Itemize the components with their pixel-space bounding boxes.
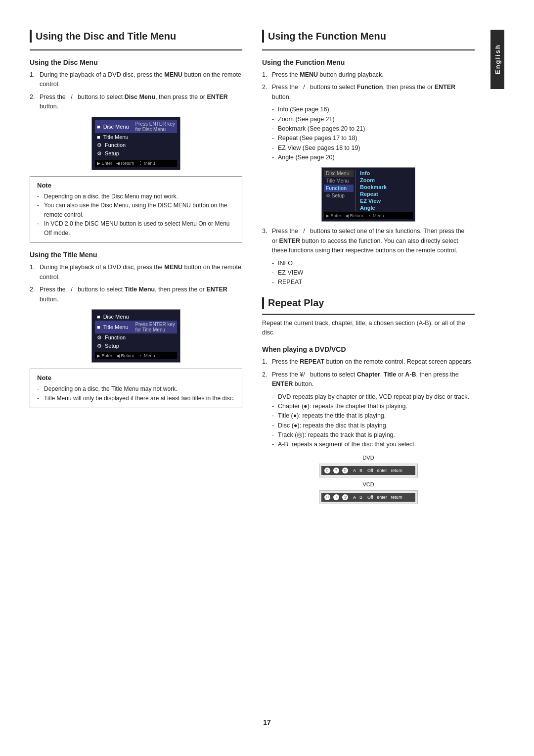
disc-step1: 1. During the playback of a DVD disc, pr… — [30, 70, 242, 90]
dvdvcd-title: When playing a DVD/VCD — [262, 345, 475, 353]
note-item-1-2: You can also use the Disc Menu, using th… — [37, 201, 235, 219]
dvd-repeat-screen: C T D A B Off enter return — [319, 464, 418, 477]
note-item-2-1: Depending on a disc, the Title Menu may … — [37, 384, 235, 394]
screen-function-row: ⚙ Function — [95, 141, 177, 149]
repeat-bullet-2: Chapter (●): repeats the chapter that is… — [272, 402, 475, 411]
screen2-function-row: ⚙ Function — [95, 333, 177, 342]
repeat-bullets: DVD repeats play by chapter or title, VC… — [272, 392, 475, 450]
title-step2: 2. Press the / buttons to select Title M… — [30, 285, 242, 304]
func-remote-2: EZ VIEW — [272, 268, 475, 278]
vcd-bar: D T ◎ A B Off enter return — [321, 493, 415, 502]
function-sub-list: Info (See page 16) Zoom (See page 21) Bo… — [272, 105, 475, 162]
left-divider — [30, 49, 242, 50]
func-remote-1: INFO — [272, 259, 475, 268]
repeat-bullet-4: Disc (●): repeats the disc that is playi… — [272, 421, 475, 430]
right-main-title: Using the Function Menu — [262, 30, 475, 43]
note-title-2: Note — [37, 374, 235, 381]
screen2-disc-menu-row: ■ Disc Menu — [95, 313, 177, 321]
dvd-bar: C T D A B Off enter return — [321, 466, 415, 475]
repeat-bullet-1: DVD repeats play by chapter or title, VC… — [272, 392, 475, 402]
repeat-step1: 1. Press the REPEAT button on the remote… — [262, 357, 475, 367]
left-main-title: Using the Disc and Title Menu — [30, 30, 242, 43]
vcd-label: VCD — [262, 481, 475, 487]
function-step3-list: INFO EZ VIEW REPEAT — [272, 259, 475, 287]
note-box-2: Note Depending on a disc, the Title Menu… — [30, 369, 242, 408]
vcd-repeat-screen: D T ◎ A B Off enter return — [319, 490, 418, 504]
title-step1: 1. During the playback of a DVD disc, pr… — [30, 263, 242, 282]
repeat-divider — [262, 314, 475, 315]
left-column: Using the Disc and Title Menu Using the … — [30, 30, 242, 709]
repeat-bullet-5: Track (◎): repeats the track that is pla… — [272, 430, 475, 440]
func-remote-3: REPEAT — [272, 278, 475, 287]
function-step3: 3. Press the / buttons to select one of … — [262, 227, 475, 255]
note-item-2-2: Title Menu will only be displayed if the… — [37, 394, 235, 403]
note-title-1: Note — [37, 182, 235, 189]
repeat-play-title: Repeat Play — [262, 297, 475, 309]
func-item-4: Repeat (See pages 17 to 18) — [272, 134, 475, 143]
function-menu-screen: Disc Menu Title Menu Function ⚙ Setup In… — [321, 167, 415, 222]
dvd-label: DVD — [262, 455, 475, 461]
repeat-bullet-3: Title (●): repeats the title that is pla… — [272, 411, 475, 421]
func-item-1: Info (See page 16) — [272, 105, 475, 114]
note-list-1: Depending on a disc, the Disc Menu may n… — [37, 192, 235, 238]
screen-bottom-bar: ▶ Enter ◀ Return ⋮ Menu — [95, 160, 177, 167]
title-menu-title: Using the Title Menu — [30, 251, 242, 259]
function-step1: 1. Press the MENU button during playback… — [262, 70, 475, 80]
disc-menu-screen: ■ Disc Menu Press ENTER keyfor Disc Menu… — [91, 117, 180, 170]
screen-disc-menu-row: ■ Disc Menu Press ENTER keyfor Disc Menu — [95, 120, 177, 133]
function-step2: 2. Press the / buttons to select Functio… — [262, 83, 475, 102]
note-item-1-3: In VCD 2.0 the DISC MENU button is used … — [37, 219, 235, 237]
right-column: English Using the Function Menu Using th… — [262, 30, 475, 709]
screen-setup-row: ⚙ Setup — [95, 149, 177, 158]
note-box-1: Note Depending on a disc, the Disc Menu … — [30, 176, 242, 243]
note-item-1-1: Depending on a disc, the Disc Menu may n… — [37, 192, 235, 201]
screen2-title-menu-row: ■ Title Menu Press ENTER keyfor Title Me… — [95, 321, 177, 333]
right-divider — [262, 49, 475, 50]
screen-title-menu-row: ■ Title Menu — [95, 133, 177, 141]
screen2-bottom-bar: ▶ Enter ◀ Return ⋮ Menu — [95, 352, 177, 359]
func-item-6: Angle (See page 20) — [272, 153, 475, 162]
func-item-5: EZ View (See pages 18 to 19) — [272, 143, 475, 153]
func-item-2: Zoom (See page 21) — [272, 115, 475, 124]
disc-menu-title: Using the Disc Menu — [30, 58, 242, 66]
repeat-step2: 2. Press the ¥/ buttons to select Chapte… — [262, 370, 475, 389]
repeat-bullet-6: A-B: repeats a segment of the disc that … — [272, 440, 475, 449]
page-container: Using the Disc and Title Menu Using the … — [0, 0, 534, 756]
note-list-2: Depending on a disc, the Title Menu may … — [37, 384, 235, 403]
title-menu-screen: ■ Disc Menu ■ Title Menu Press ENTER key… — [91, 309, 180, 363]
func-item-3: Bookmark (See pages 20 to 21) — [272, 124, 475, 134]
function-screen-bottom: ▶ Enter ◀ Return ⋮ Menu — [324, 212, 413, 219]
function-menu-title: Using the Function Menu — [262, 58, 475, 66]
two-columns: Using the Disc and Title Menu Using the … — [30, 30, 504, 709]
english-tab: English — [490, 30, 504, 89]
page-number: 17 — [30, 718, 504, 726]
disc-step2: 2. Press the / buttons to select Disc Me… — [30, 93, 242, 112]
screen2-setup-row: ⚙ Setup — [95, 342, 177, 350]
repeat-intro: Repeat the current track, chapter, title… — [262, 319, 475, 338]
